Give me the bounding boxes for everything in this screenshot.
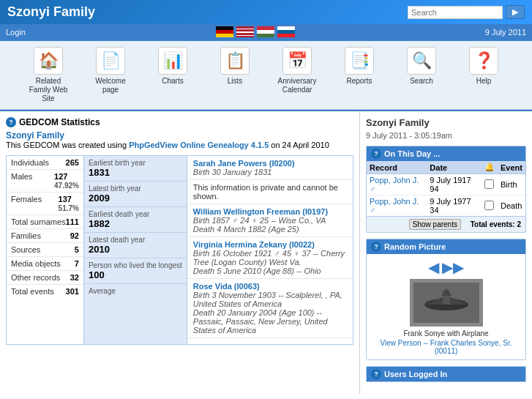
random-picture-content: ◀ ▶▶ Frank Sonye with Airplane View Pers… [367,254,525,359]
nav-icon-related-family[interactable]: 🏠Related Family Web Site [25,47,72,103]
nav-icon-search[interactable]: 🔍Search [398,47,446,103]
date-display: 9 July 2011 [485,28,526,37]
detail-line: Death 4 March 1882 (Age 25) [193,225,347,234]
detail-link[interactable]: Sarah Jane Powers (I0200) [193,159,295,168]
icon-box-reports: 📑 [345,47,374,75]
stats-row: Total surnames111 [7,215,83,229]
otd-event-name: Popp, John J. ♂ [367,174,427,195]
stats-label: Females [11,195,42,212]
nav-icon-help[interactable]: ❓Help [460,47,508,103]
stats-label: Media objects [11,259,61,268]
stats-detail-col: Sarah Jane Powers (I0200)Birth 30 Januar… [187,156,353,344]
show-parents-btn[interactable]: Show parents [409,219,461,230]
detail-line: Birth 16 October 1921 ♂ 45 ♀ 37 -- Cherr… [193,249,347,266]
icon-label-help: Help [476,77,492,86]
search-input[interactable] [408,6,503,19]
nav-icon-welcome-page[interactable]: 📄Welcome page [87,47,135,103]
mid-value: 100 [89,269,182,280]
gedcom-section-title: ? GEDCOM Statistics [6,117,353,127]
nav-icon-anniversary-calendar[interactable]: 📅Anniversary Calendar [274,47,321,103]
family-link[interactable]: Szonyi Family [6,130,64,141]
search-box: ▶ [408,5,525,19]
otd-event-date: 9 July 1917 94 [427,174,482,195]
flag-us[interactable] [236,26,254,37]
otd-event-name: Popp, John J. ♂ [367,195,427,217]
stats-value: 111 [66,217,79,226]
stats-left-col: Individuals265Males12747.92%Females13751… [7,156,84,344]
left-panel: ? GEDCOM Statistics Szonyi Family This G… [0,111,360,394]
search-submit-button[interactable]: ▶ [506,5,525,19]
mid-row: Person who lived the longest100 [84,258,187,284]
rp-help-icon[interactable]: ? [371,242,381,252]
nav-icon-charts[interactable]: 📊Charts [149,47,197,103]
stats-row: Families92 [7,229,83,243]
next-arrow-icon[interactable]: ▶▶ [442,258,464,276]
nav-icon-lists[interactable]: 📋Lists [211,47,259,103]
flag-slovak[interactable] [277,26,295,37]
random-picture-header: ? Random Picture [367,239,525,254]
icon-label-welcome-page: Welcome page [87,77,135,94]
gedcom-help-icon[interactable]: ? [6,117,16,127]
otd-help-icon[interactable]: ? [371,149,381,159]
view-person-link[interactable]: View Person -- Frank Charles Sonye, Sr. … [371,339,521,355]
right-family-title: Szonyi Family [366,117,526,128]
main-content: ? GEDCOM Statistics Szonyi Family This G… [0,111,532,394]
mid-value: 2009 [89,193,182,204]
detail-line: Death 20 January 2004 (Age 100) -- Passa… [193,308,347,335]
otd-checkbox[interactable] [484,201,494,210]
flag-hungarian[interactable] [257,26,274,37]
otd-event-checkbox[interactable] [482,174,498,195]
mid-value: 1882 [89,218,182,229]
stats-value: 301 [66,287,79,296]
users-section-header: ? Users Logged In [367,367,525,381]
right-panel: Szonyi Family 9 July 2011 - 3:05:19am ? … [360,111,532,394]
icon-box-help: ❓ [469,47,498,75]
stats-row: Sources5 [7,243,83,257]
flag-german[interactable] [216,26,233,37]
icon-box-lists: 📋 [220,47,250,75]
icon-label-search: Search [410,77,433,86]
app-header: Szonyi Family ▶ [0,0,532,24]
icon-box-anniversary-calendar: 📅 [282,47,312,75]
users-help-icon[interactable]: ? [371,369,381,379]
gedcom-software: PhpGedView Online Genealogy 4.1.5 [129,141,269,149]
otd-checkbox[interactable] [484,179,494,189]
gedcom-family-link: Szonyi Family [6,130,353,141]
random-picture-box: ? Random Picture ◀ ▶▶ [366,239,526,360]
right-datetime: 9 July 2011 - 3:05:19am [366,131,526,140]
detail-row: Virginia Hermina Zekany (I0022)Birth 16 … [187,237,353,279]
flags [216,26,295,37]
stats-label: Individuals [11,158,49,167]
navbar: Login 9 July 2011 [0,24,532,40]
stats-row: Other records32 [7,271,83,285]
otd-event-checkbox[interactable] [482,195,498,217]
detail-line: Birth 1857 ♂ 24 ♀ 25 -- Wise Co., VA [193,216,347,225]
prev-arrow-icon[interactable]: ◀ [428,258,439,276]
detail-row: William Wellington Freeman (I0197)Birth … [187,204,353,237]
icon-label-lists: Lists [228,77,243,86]
random-pic-arrows: ◀ ▶▶ [371,258,521,276]
detail-row: This information is private and cannot b… [187,180,353,204]
detail-link[interactable]: Virginia Hermina Zekany (I0022) [193,240,315,249]
mid-label: Average [89,287,182,295]
users-title: Users Logged In [384,370,447,379]
stats-label: Families [11,231,41,240]
icon-nav: 🏠Related Family Web Site📄Welcome page📊Ch… [0,41,532,110]
nav-icon-reports[interactable]: 📑Reports [336,47,383,103]
stats-label: Other records [11,273,60,282]
random-picture-title: Random Picture [384,242,446,251]
stats-row: Males12747.92% [7,170,83,193]
mid-row: Earliest death year1882 [84,207,187,233]
login-link[interactable]: Login [6,28,26,37]
icon-box-charts: 📊 [158,47,187,75]
detail-link[interactable]: William Wellington Freeman (I0197) [193,207,328,216]
detail-link[interactable]: Rose Vida (I0063) [193,282,260,291]
detail-row: Rose Vida (I0063)Birth 3 November 1903 -… [187,279,353,338]
icon-label-reports: Reports [346,77,372,86]
mid-row: Latest birth year2009 [84,182,187,207]
otd-total-row: Show parents Total events: 2 [367,216,525,232]
detail-line: Birth 3 November 1903 -- Scalplerel, , P… [193,291,347,308]
on-this-day-box: ? On This Day ... Record Date 🔔 Event Po… [366,146,526,233]
mid-value: 2010 [89,244,182,255]
stats-value: 7 [75,259,79,268]
